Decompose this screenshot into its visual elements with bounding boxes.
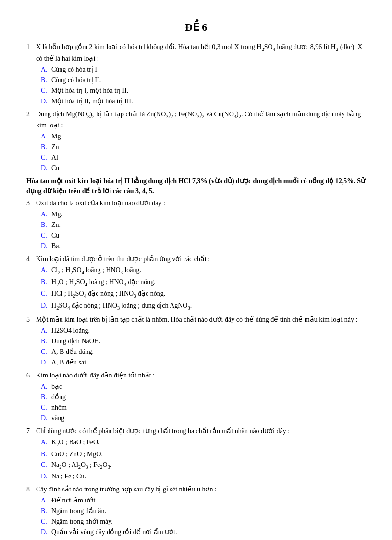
question-1: 1 X là hỗn hợp gồm 2 kim loại có hóa trị… xyxy=(26,42,366,106)
list-item: C.nhôm xyxy=(41,402,366,413)
q1-options: A.Cùng có hóa trị I. B.Cùng có hóa trị I… xyxy=(41,64,366,106)
q3-options: A.Mg. B.Zn. C.Cu D.Ba. xyxy=(41,209,366,251)
q4-options: A.Cl2 ; H2SO4 loãng ; HNO3 loãng. B.H2O … xyxy=(41,265,366,312)
list-item: C.Ngâm trong nhớt máy. xyxy=(41,516,366,527)
list-item: A.H2SO4 loãng. xyxy=(41,326,366,336)
list-item: B.đồng xyxy=(41,392,366,402)
q4-number: 4 xyxy=(26,254,33,264)
bold-instruction: Hòa tan một oxit kim loại hóa trị II bằn… xyxy=(26,176,366,196)
question-2: 2 Dung dịch Mg(NO3)2 bị lẫn tạp chất là … xyxy=(26,109,366,174)
q4-text: Kim loại đã tìm được ở trên thu được phả… xyxy=(36,254,366,264)
list-item: A.Để nơi ẩm ướt. xyxy=(41,495,366,505)
q8-options: A.Để nơi ẩm ướt. B.Ngâm trong dầu ăn. C.… xyxy=(41,495,366,537)
list-item: D.H2SO4 đặc nóng ; HNO3 loãng ; dung dịc… xyxy=(41,301,366,312)
list-item: D.vàng xyxy=(41,413,366,423)
list-item: C.A, B đều đúng. xyxy=(41,347,366,357)
list-item: C.Một hóa trị I, một hóa trị II. xyxy=(41,86,366,96)
q1-number: 1 xyxy=(26,42,33,63)
q7-options: A.K2O ; BaO ; FeO. B.CuO ; ZnO ; MgO. C.… xyxy=(41,437,366,481)
list-item: D.Ba. xyxy=(41,241,366,251)
list-item: D.Cu xyxy=(41,163,366,173)
list-item: A.Cl2 ; H2SO4 loãng ; HNO3 loãng. xyxy=(41,265,366,276)
list-item: C.Na2O ; Al2O3 ; Fe2O3. xyxy=(41,460,366,471)
list-item: B.Zn. xyxy=(41,220,366,230)
q1-text: X là hỗn hợp gồm 2 kim loại có hóa trị k… xyxy=(36,42,366,63)
list-item: C.Cu xyxy=(41,230,366,240)
list-item: B.CuO ; ZnO ; MgO. xyxy=(41,449,366,459)
q2-text: Dung dịch Mg(NO3)2 bị lẫn tạp chất là Zn… xyxy=(36,109,366,131)
q8-text: Cây đinh sắt nào trong trường hợp sau đâ… xyxy=(36,484,366,494)
list-item: A.K2O ; BaO ; FeO. xyxy=(41,437,366,449)
list-item: D.Một hóa trị II, một hóa trị III. xyxy=(41,96,366,106)
question-7: 7 Chỉ dùng nước có thể phân biệt được từ… xyxy=(26,426,366,481)
question-3: 3 Oxit đã cho là oxit của kim loại nào d… xyxy=(26,198,366,251)
list-item: D.Quấn vải vòng dây đồng rồi để nơi ẩm ư… xyxy=(41,527,366,537)
q8-number: 8 xyxy=(26,484,33,494)
q6-options: A.bạc B.đồng C.nhôm D.vàng xyxy=(41,381,366,423)
q5-number: 5 xyxy=(26,314,33,325)
list-item: A.bạc xyxy=(41,381,366,391)
q6-number: 6 xyxy=(26,370,33,380)
list-item: B.H2O ; H2SO4 loãng ; HNO3 đặc nóng. xyxy=(41,277,366,289)
list-item: D.Na ; Fe ; Cu. xyxy=(41,471,366,481)
q7-number: 7 xyxy=(26,426,33,436)
list-item: C.HCl ; H2SO4 đặc nóng ; HNO3 đặc nóng. xyxy=(41,289,366,300)
q2-number: 2 xyxy=(26,109,33,131)
q3-text: Oxit đã cho là oxit của kim loại nào dướ… xyxy=(36,198,366,208)
question-6: 6 Kim loại nào dưới đây dẫn điện tốt nhấ… xyxy=(26,370,366,423)
list-item: C.Al xyxy=(41,152,366,163)
q6-text: Kim loại nào dưới đây dẫn điện tốt nhất … xyxy=(36,370,366,380)
question-4: 4 Kim loại đã tìm được ở trên thu được p… xyxy=(26,254,366,312)
q5-options: A.H2SO4 loãng. B.Dung dịch NaOH. C.A, B … xyxy=(41,326,366,367)
list-item: B.Dung dịch NaOH. xyxy=(41,336,366,346)
question-8: 8 Cây đinh sắt nào trong trường hợp sau … xyxy=(26,484,366,537)
q5-text: Một mẫu kim loại trên bị lẫn tạp chất là… xyxy=(36,314,366,325)
list-item: A.Mg. xyxy=(41,209,366,219)
list-item: A.Mg xyxy=(41,131,366,141)
q3-number: 3 xyxy=(26,198,33,208)
q2-options: A.Mg B.Zn C.Al D.Cu xyxy=(41,131,366,173)
list-item: B.Ngâm trong dầu ăn. xyxy=(41,506,366,516)
question-5: 5 Một mẫu kim loại trên bị lẫn tạp chất … xyxy=(26,314,366,367)
list-item: D.A, B đều sai. xyxy=(41,357,366,367)
list-item: A.Cùng có hóa trị I. xyxy=(41,64,366,75)
q7-text: Chỉ dùng nước có thể phân biệt được từng… xyxy=(36,426,366,436)
page-title: ĐỀ 6 xyxy=(26,19,366,35)
list-item: B.Cùng có hóa trị II. xyxy=(41,75,366,85)
list-item: B.Zn xyxy=(41,142,366,152)
